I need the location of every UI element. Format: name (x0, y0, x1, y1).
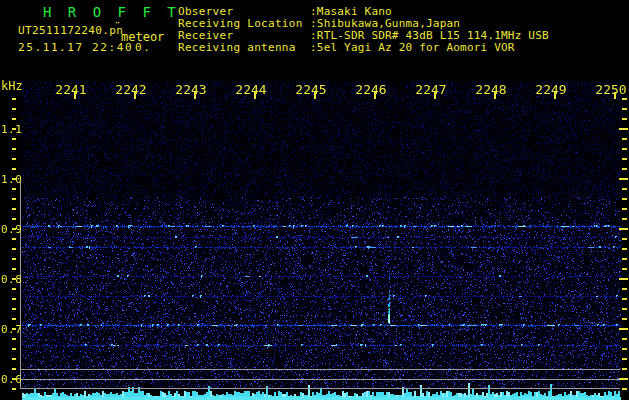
freq-tick-right (622, 118, 627, 120)
time-tick-label-2246: 2246 (354, 82, 388, 97)
freq-tick-right (622, 368, 627, 370)
time-tick-top (254, 92, 256, 99)
freq-tick-right (622, 358, 627, 360)
spectrogram-canvas (20, 82, 621, 400)
freq-tick-left (12, 158, 16, 160)
count-band-line-lower (20, 388, 620, 389)
freq-tick-left (12, 98, 16, 100)
count-band-line-upper (20, 369, 620, 370)
freq-tick-right (622, 198, 627, 200)
freq-tick-left (12, 258, 16, 260)
freq-tick-right (622, 298, 627, 300)
freq-tick-right (622, 338, 627, 340)
freq-tick-right-major (619, 178, 628, 180)
echo-count: 0. (135, 41, 151, 54)
count-band-line-middle (20, 379, 620, 380)
freq-tick-right (622, 288, 627, 290)
freq-tick-right (622, 348, 627, 350)
freq-tick-left (12, 328, 16, 330)
freq-tick-left (12, 208, 16, 210)
freq-tick-left (12, 358, 16, 360)
freq-tick-left (12, 198, 16, 200)
freq-tick-left (12, 318, 16, 320)
freq-tick-left (12, 128, 16, 130)
freq-tick-left (12, 168, 16, 170)
freq-tick-right (622, 268, 627, 270)
freq-tick-left (12, 148, 16, 150)
freq-tick-right (622, 258, 627, 260)
receiving-antenna-label: Receiving antenna (178, 41, 296, 54)
freq-tick-right-major (619, 278, 628, 280)
output-filename: UT2511172240.pn (18, 24, 123, 37)
time-tick-top (434, 92, 436, 99)
time-tick-label-2247: 2247 (414, 82, 448, 97)
freq-tick-left (12, 348, 16, 350)
freq-tick-left (12, 288, 16, 290)
time-tick-label-2242: 2242 (114, 82, 148, 97)
datetime-label: 25.11.17 22:40 (18, 41, 133, 54)
time-tick-top (314, 92, 316, 99)
freq-tick-left (12, 108, 16, 110)
hrofft-window: H R O F F T UT2511172240.pn ¨ meteor 25.… (0, 0, 629, 400)
freq-tick-left (12, 268, 16, 270)
freq-tick-right (622, 138, 627, 140)
time-tick-top (554, 92, 556, 99)
freq-tick-right-major (619, 128, 628, 130)
freq-tick-left (12, 378, 16, 380)
freq-tick-left (12, 238, 16, 240)
freq-axis-unit: kHz (1, 79, 23, 93)
time-tick-label-2243: 2243 (174, 82, 208, 97)
freq-tick-right (622, 158, 627, 160)
freq-tick-right (622, 98, 627, 100)
freq-tick-left (12, 368, 16, 370)
freq-tick-left (12, 388, 16, 390)
time-tick-label-2245: 2245 (294, 82, 328, 97)
freq-tick-left (12, 188, 16, 190)
freq-tick-left (12, 228, 16, 230)
freq-tick-right (622, 318, 627, 320)
freq-tick-left (12, 138, 16, 140)
time-tick-top (134, 92, 136, 99)
freq-tick-left (12, 298, 16, 300)
time-tick-label-2250: 2250 (594, 82, 628, 97)
time-tick-top (194, 92, 196, 99)
receiving-antenna-value: :5el Yagi Az 20 for Aomori VOR (310, 41, 515, 54)
freq-tick-left (12, 248, 16, 250)
freq-tick-left (12, 178, 16, 180)
freq-tick-left (12, 278, 16, 280)
time-tick-top (74, 92, 76, 99)
freq-tick-right (622, 208, 627, 210)
freq-tick-left (12, 118, 16, 120)
freq-tick-right-major (619, 378, 628, 380)
freq-tick-left (12, 218, 16, 220)
time-tick-label-2249: 2249 (534, 82, 568, 97)
time-tick-label-2241: 2241 (54, 82, 88, 97)
time-tick-label-2248: 2248 (474, 82, 508, 97)
filename-overlap-glyph: ¨ (114, 20, 121, 33)
freq-tick-right (622, 238, 627, 240)
freq-tick-left (12, 308, 16, 310)
freq-tick-right (622, 168, 627, 170)
time-tick-label-2244: 2244 (234, 82, 268, 97)
freq-tick-right (622, 388, 627, 390)
freq-tick-left (12, 338, 16, 340)
freq-tick-right (622, 108, 627, 110)
freq-tick-right (622, 248, 627, 250)
time-tick-top (494, 92, 496, 99)
freq-tick-right (622, 308, 627, 310)
time-tick-top (614, 92, 616, 99)
freq-tick-right (622, 218, 627, 220)
app-title: H R O F F T (43, 4, 180, 20)
freq-tick-right (622, 148, 627, 150)
freq-tick-right-major (619, 228, 628, 230)
freq-tick-right (622, 188, 627, 190)
freq-tick-right-major (619, 328, 628, 330)
time-tick-top (374, 92, 376, 99)
